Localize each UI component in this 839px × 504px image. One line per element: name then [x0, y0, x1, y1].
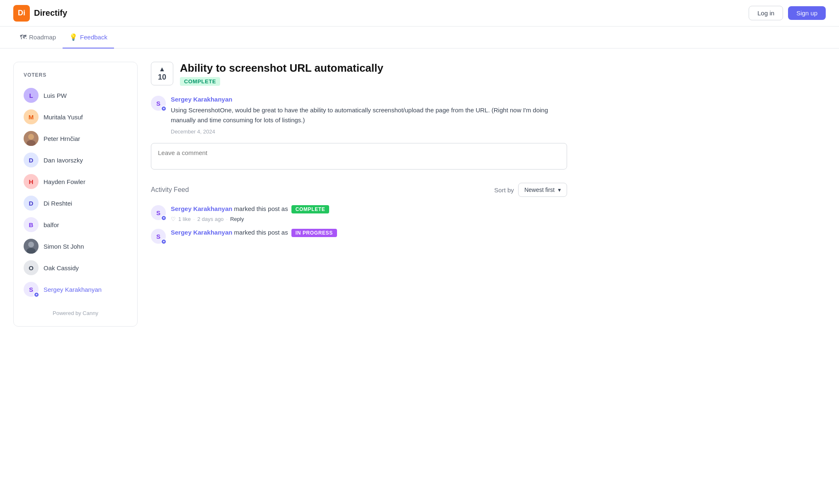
sort-by-label: Sort by	[494, 187, 514, 194]
avatar: O	[24, 260, 39, 275]
svg-point-1	[28, 134, 34, 140]
status-badge: COMPLETE	[180, 77, 220, 86]
activity-star-badge-2: ★	[161, 239, 167, 245]
topbar-left: Di Directify	[13, 5, 67, 22]
post-author-name[interactable]: Sergey Karakhanyan	[171, 96, 567, 103]
voter-item[interactable]: B balfor	[24, 214, 127, 235]
sort-chevron-icon: ▾	[558, 187, 561, 193]
roadmap-icon: 🗺	[20, 34, 27, 41]
voter-name: Di Reshtei	[44, 200, 72, 207]
activity-text: Sergey Karakhanyan marked this post as C…	[171, 205, 329, 213]
signup-button[interactable]: Sign up	[788, 6, 826, 20]
feedback-icon: 💡	[69, 33, 78, 41]
activity-status-badge-2: IN PROGRESS	[291, 229, 337, 237]
voter-item[interactable]: Simon St John	[24, 235, 127, 257]
activity-avatar-wrapper: S ★	[151, 205, 166, 220]
avatar-wrapper: S ★	[24, 282, 39, 297]
avatar: L	[24, 88, 39, 103]
reply-link[interactable]: Reply	[230, 216, 244, 222]
voter-name: balfor	[44, 221, 59, 228]
voter-item[interactable]: Peter Hrnčiar	[24, 128, 127, 149]
activity-item: S ★ Sergey Karakhanyan marked this post …	[151, 205, 567, 222]
avatar: D	[24, 153, 39, 167]
activity-action-2: marked this post as	[234, 229, 288, 236]
avatar	[24, 131, 39, 146]
voter-name: Muritala Yusuf	[44, 114, 83, 121]
tab-roadmap[interactable]: 🗺 Roadmap	[13, 27, 63, 48]
voter-name: Luis PW	[44, 92, 67, 99]
voter-name: Oak Cassidy	[44, 264, 79, 271]
divider: ·	[226, 216, 228, 222]
activity-time: 2 days ago	[197, 216, 224, 222]
post-date: December 4, 2024	[171, 128, 567, 135]
post-title: Ability to screenshot URL automatically	[180, 62, 383, 75]
avatar: M	[24, 109, 39, 124]
voter-item[interactable]: D Di Reshtei	[24, 192, 127, 214]
post-header: ▲ 10 Ability to screenshot URL automatic…	[151, 62, 567, 86]
sort-controls: Sort by Newest first ▾	[494, 183, 567, 197]
activity-meta: ♡ 1 like · 2 days ago · Reply	[171, 216, 329, 222]
app-logo: Di	[13, 5, 30, 22]
voter-item[interactable]: D Dan Iavorszky	[24, 149, 127, 171]
voters-panel: VOTERS L Luis PW M Muritala Yusuf Peter …	[13, 62, 138, 327]
likes-count: 1 like	[178, 216, 191, 222]
voters-section-title: VOTERS	[24, 72, 127, 78]
heart-icon: ♡	[171, 216, 176, 222]
activity-item-content-2: Sergey Karakhanyan marked this post as I…	[171, 229, 337, 240]
svg-point-4	[28, 242, 34, 247]
voter-name: Simon St John	[44, 243, 84, 250]
comment-input[interactable]	[151, 143, 567, 170]
avatar-placeholder-icon	[24, 131, 39, 146]
activity-item: S ★ Sergey Karakhanyan marked this post …	[151, 229, 567, 244]
activity-author-link-2[interactable]: Sergey Karakhanyan	[171, 229, 232, 236]
voter-name: Peter Hrnčiar	[44, 135, 80, 142]
topbar: Di Directify Log in Sign up	[0, 0, 839, 27]
avatar-placeholder-icon	[24, 239, 39, 254]
admin-star-badge: ★	[34, 292, 39, 298]
activity-item-content: Sergey Karakhanyan marked this post as C…	[171, 205, 329, 222]
activity-avatar-wrapper-2: S ★	[151, 229, 166, 244]
avatar: D	[24, 196, 39, 211]
activity-action: marked this post as	[234, 205, 288, 212]
tab-feedback[interactable]: 💡 Feedback	[63, 27, 114, 48]
sort-value: Newest first	[524, 187, 555, 193]
post-content: ▲ 10 Ability to screenshot URL automatic…	[151, 62, 567, 327]
post-author-avatar-wrapper: S ★	[151, 96, 166, 111]
voter-item[interactable]: H Hayden Fowler	[24, 171, 127, 192]
login-button[interactable]: Log in	[749, 6, 783, 20]
vote-count: 10	[158, 73, 166, 82]
voter-item[interactable]: M Muritala Yusuf	[24, 106, 127, 128]
voter-name: Hayden Fowler	[44, 178, 85, 185]
topbar-right: Log in Sign up	[749, 6, 826, 20]
sort-dropdown[interactable]: Newest first ▾	[518, 183, 567, 197]
avatar	[24, 239, 39, 254]
voter-item[interactable]: O Oak Cassidy	[24, 257, 127, 279]
app-name: Directify	[34, 8, 67, 18]
main-content: VOTERS L Luis PW M Muritala Yusuf Peter …	[0, 48, 580, 340]
post-author-section: S ★ Sergey Karakhanyan Using ScreenshotO…	[151, 96, 567, 135]
nav-tabs: 🗺 Roadmap 💡 Feedback	[0, 27, 839, 48]
vote-box[interactable]: ▲ 10	[151, 62, 173, 85]
post-body-text: Using ScreenshotOne, would be great to h…	[171, 105, 567, 125]
avatar: B	[24, 217, 39, 232]
post-title-area: Ability to screenshot URL automatically …	[180, 62, 383, 86]
activity-star-badge: ★	[161, 215, 167, 221]
upvote-arrow-icon: ▲	[159, 65, 165, 73]
voter-item[interactable]: L Luis PW	[24, 85, 127, 106]
voter-name: Dan Iavorszky	[44, 157, 83, 164]
post-body: Sergey Karakhanyan Using ScreenshotOne, …	[171, 96, 567, 135]
activity-text-2: Sergey Karakhanyan marked this post as I…	[171, 229, 337, 237]
divider: ·	[193, 216, 195, 222]
post-author-star-badge: ★	[161, 106, 167, 111]
activity-status-badge: COMPLETE	[291, 205, 329, 213]
voter-item[interactable]: S ★ Sergey Karakhanyan	[24, 279, 127, 300]
avatar: H	[24, 174, 39, 189]
activity-feed-title: Activity Feed	[151, 186, 189, 194]
activity-author-link[interactable]: Sergey Karakhanyan	[171, 205, 232, 212]
activity-feed-header: Activity Feed Sort by Newest first ▾	[151, 183, 567, 197]
voter-name-link[interactable]: Sergey Karakhanyan	[44, 286, 102, 293]
powered-by: Powered by Canny	[24, 310, 127, 316]
